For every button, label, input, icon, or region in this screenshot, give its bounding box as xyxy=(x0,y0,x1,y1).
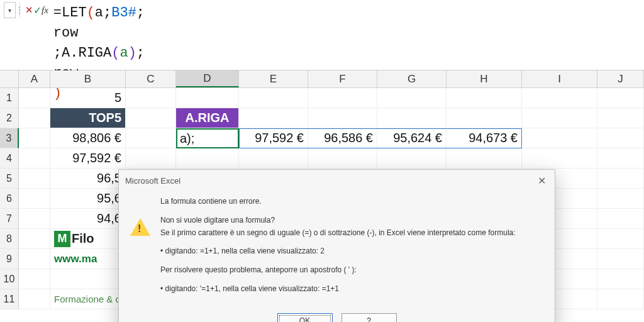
cell[interactable] xyxy=(597,209,644,229)
cell[interactable] xyxy=(447,88,522,108)
cell[interactable] xyxy=(19,148,50,169)
header-cell-ariga[interactable]: A.RIGA xyxy=(176,108,239,128)
cell[interactable] xyxy=(126,108,176,128)
cell[interactable] xyxy=(126,128,176,148)
cell[interactable] xyxy=(19,108,50,128)
cell[interactable] xyxy=(239,108,308,128)
cell[interactable] xyxy=(19,229,50,249)
col-header[interactable]: I xyxy=(522,70,597,87)
col-header[interactable]: H xyxy=(447,70,522,87)
cell[interactable] xyxy=(19,269,50,289)
dialog-line: Per risolvere questo problema, anteporre… xyxy=(160,264,543,277)
cell[interactable]: 95,624 € xyxy=(377,128,447,148)
active-edit-cell[interactable]: a); xyxy=(176,128,239,148)
cell[interactable] xyxy=(597,88,644,108)
cell[interactable]: 96,586 € xyxy=(308,128,377,148)
cell[interactable] xyxy=(19,128,50,148)
cell[interactable]: 97,592 € xyxy=(50,148,126,169)
row-header[interactable]: 1 xyxy=(0,88,19,108)
cell[interactable] xyxy=(126,148,176,169)
select-all-cell[interactable] xyxy=(0,70,19,87)
row-header[interactable]: 6 xyxy=(0,189,19,209)
cell[interactable] xyxy=(597,289,644,309)
col-header[interactable]: C xyxy=(126,70,176,87)
row-header[interactable]: 8 xyxy=(0,229,19,249)
close-icon[interactable]: ✕ xyxy=(535,175,548,187)
ok-button[interactable]: OK xyxy=(277,313,333,322)
cell[interactable] xyxy=(597,249,644,269)
cell[interactable]: 96,5 xyxy=(50,169,126,189)
cell[interactable] xyxy=(447,148,522,169)
grid-row: 4 97,592 € xyxy=(0,148,644,169)
cell[interactable] xyxy=(522,108,597,128)
row-header[interactable]: 7 xyxy=(0,209,19,229)
cell[interactable] xyxy=(522,88,597,108)
cell[interactable] xyxy=(597,189,644,209)
insert-function-button[interactable]: fx xyxy=(42,2,48,18)
cell[interactable] xyxy=(597,169,644,189)
cell[interactable] xyxy=(19,209,50,229)
cell[interactable]: 95,6 xyxy=(50,189,126,209)
cell[interactable] xyxy=(50,269,126,289)
col-header[interactable]: B xyxy=(50,70,126,87)
col-header[interactable]: F xyxy=(308,70,377,87)
cell[interactable] xyxy=(522,148,597,169)
cell[interactable] xyxy=(377,88,447,108)
cell[interactable] xyxy=(19,189,50,209)
cell[interactable] xyxy=(447,108,522,128)
cell[interactable] xyxy=(308,148,377,169)
cell[interactable] xyxy=(239,88,308,108)
col-header[interactable]: E xyxy=(239,70,308,87)
error-dialog: Microsoft Excel ✕ La formula contiene un… xyxy=(118,169,555,322)
cell[interactable] xyxy=(19,169,50,189)
name-box[interactable]: ▾ xyxy=(4,2,16,18)
row-header[interactable]: 11 xyxy=(0,289,19,309)
col-header[interactable]: G xyxy=(377,70,447,87)
row-header[interactable]: 5 xyxy=(0,169,19,189)
cell[interactable] xyxy=(19,289,50,309)
row-header[interactable]: 3 xyxy=(0,128,19,148)
cell[interactable] xyxy=(597,128,644,148)
cell[interactable] xyxy=(176,148,239,169)
header-cell-top5[interactable]: TOP5 xyxy=(50,108,126,128)
dialog-titlebar[interactable]: Microsoft Excel ✕ xyxy=(119,170,555,192)
col-header[interactable]: J xyxy=(597,70,644,87)
brand-sub-cell: Formazione & consulenza Microsoft Excel xyxy=(50,289,126,309)
help-button[interactable]: ? xyxy=(341,313,397,322)
dialog-line: Non si vuole digitare una formula? xyxy=(160,216,275,225)
cell[interactable]: 98,806 € xyxy=(50,128,126,148)
grid-row: 3 98,806 € a); 97,592 € 96,586 € 95,624 … xyxy=(0,128,644,148)
cell[interactable] xyxy=(19,88,50,108)
dialog-line: Se il primo carattere è un segno di ugua… xyxy=(160,228,516,237)
col-header[interactable]: D xyxy=(176,70,239,87)
enter-formula-button[interactable]: ✓ xyxy=(33,2,42,18)
cell[interactable] xyxy=(176,88,239,108)
cell[interactable] xyxy=(308,108,377,128)
cell[interactable]: 94,6 xyxy=(50,209,126,229)
cell[interactable] xyxy=(597,108,644,128)
cell[interactable] xyxy=(308,88,377,108)
cell[interactable] xyxy=(597,269,644,289)
cell[interactable] xyxy=(377,108,447,128)
cell[interactable] xyxy=(522,128,597,148)
dialog-line: • digitando: '=1+1, nella cella viene vi… xyxy=(160,283,543,296)
row-header[interactable]: 10 xyxy=(0,269,19,289)
cell[interactable]: 97,592 € xyxy=(239,128,308,148)
brand-logo: M Filo xyxy=(54,231,94,247)
row-header[interactable]: 4 xyxy=(0,148,19,169)
col-header[interactable]: A xyxy=(19,70,50,87)
cell[interactable]: 5 xyxy=(50,88,126,108)
cell[interactable]: 94,673 € xyxy=(447,128,522,148)
cell[interactable] xyxy=(597,229,644,249)
cell[interactable] xyxy=(377,148,447,169)
warning-icon xyxy=(130,196,152,302)
cell[interactable] xyxy=(239,148,308,169)
dialog-title: Microsoft Excel xyxy=(125,176,180,186)
row-header[interactable]: 2 xyxy=(0,108,19,128)
cell[interactable] xyxy=(597,148,644,169)
cell[interactable] xyxy=(19,249,50,269)
row-header[interactable]: 9 xyxy=(0,249,19,269)
chevron-down-icon[interactable]: ▾ xyxy=(8,7,11,14)
cancel-formula-button[interactable]: ✕ xyxy=(25,2,33,18)
cell[interactable] xyxy=(126,88,176,108)
